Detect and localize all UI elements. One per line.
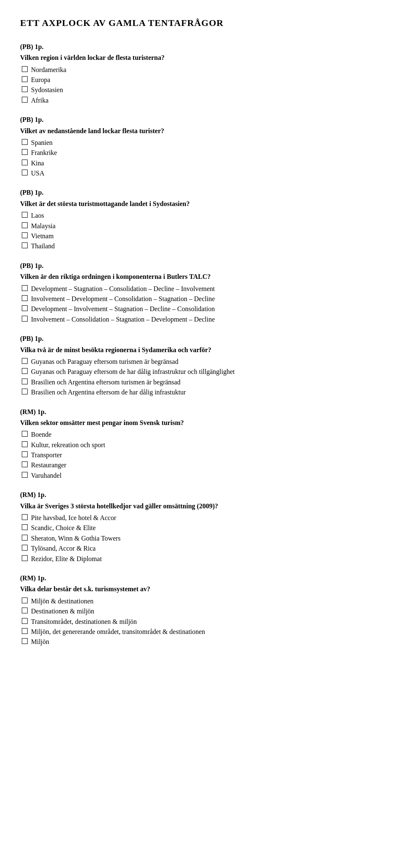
list-item[interactable]: Thailand	[22, 242, 382, 251]
checkbox-q3-2[interactable]	[22, 232, 28, 238]
list-item[interactable]: Involvement – Development – Consolidatio…	[22, 294, 382, 304]
points-label-q3: (PB) 1p.	[20, 188, 382, 197]
list-item[interactable]: Development – Involvement – Stagnation –…	[22, 304, 382, 314]
list-item[interactable]: Boende	[22, 430, 382, 439]
list-item[interactable]: Kultur, rekreation och sport	[22, 440, 382, 450]
option-text-q6-4: Varuhandel	[31, 471, 62, 480]
option-text-q7-1: Scandic, Choice & Elite	[31, 523, 96, 533]
list-item[interactable]: Miljön, det genererande området, transit…	[22, 627, 382, 636]
checkbox-q2-3[interactable]	[22, 170, 28, 175]
points-label-q5: (PB) 1p.	[20, 334, 382, 343]
list-item[interactable]: Sydostasien	[22, 85, 382, 95]
checkbox-q3-0[interactable]	[22, 212, 28, 218]
points-label-q8: (RM) 1p.	[20, 574, 382, 583]
checkbox-q8-4[interactable]	[22, 638, 28, 644]
checkbox-q7-0[interactable]	[22, 514, 28, 520]
list-item[interactable]: Miljön	[22, 637, 382, 646]
option-text-q8-4: Miljön	[31, 637, 49, 646]
list-item[interactable]: Nordamerika	[22, 65, 382, 75]
points-label-q1: (PB) 1p.	[20, 42, 382, 52]
checkbox-q7-1[interactable]	[22, 524, 28, 530]
list-item[interactable]: Guyanas och Paraguay eftersom de har dål…	[22, 367, 382, 376]
option-text-q2-2: Kina	[31, 159, 44, 168]
list-item[interactable]: USA	[22, 169, 382, 178]
list-item[interactable]: Transporter	[22, 451, 382, 460]
list-item[interactable]: Frankrike	[22, 148, 382, 157]
checkbox-q4-2[interactable]	[22, 305, 28, 311]
list-item[interactable]: Kina	[22, 159, 382, 168]
option-text-q8-0: Miljön & destinationen	[31, 597, 93, 606]
list-item[interactable]: Scandic, Choice & Elite	[22, 523, 382, 533]
checkbox-q7-4[interactable]	[22, 555, 28, 561]
checkbox-q1-2[interactable]	[22, 86, 28, 92]
question-block-q2: (PB) 1p.Vilket av nedanstående land lock…	[20, 115, 382, 178]
checkbox-q5-0[interactable]	[22, 358, 28, 364]
option-text-q5-1: Guyanas och Paraguay eftersom de har dål…	[31, 367, 235, 376]
option-text-q8-2: Transitområdet, destinationen & miljön	[31, 617, 137, 626]
option-text-q8-1: Destinationen & miljön	[31, 607, 94, 616]
option-text-q4-2: Development – Involvement – Stagnation –…	[31, 304, 215, 314]
list-item[interactable]: Tylösand, Accor & Rica	[22, 544, 382, 553]
checkbox-q5-2[interactable]	[22, 379, 28, 384]
checkbox-q7-2[interactable]	[22, 535, 28, 541]
option-text-q6-1: Kultur, rekreation och sport	[31, 440, 105, 450]
checkbox-q1-0[interactable]	[22, 66, 28, 72]
list-item[interactable]: Brasilien och Argentina eftersom turisme…	[22, 378, 382, 387]
option-text-q5-0: Guyanas och Paraguay eftersom turismen ä…	[31, 357, 178, 366]
checkbox-q5-1[interactable]	[22, 368, 28, 374]
checkbox-q6-4[interactable]	[22, 472, 28, 478]
checkbox-q4-0[interactable]	[22, 285, 28, 291]
checkbox-q8-1[interactable]	[22, 608, 28, 613]
list-item[interactable]: Transitområdet, destinationen & miljön	[22, 617, 382, 626]
options-list-q7: Pite havsbad, Ice hotel & AccorScandic, …	[22, 513, 382, 564]
option-text-q3-2: Vietnam	[31, 232, 54, 241]
checkbox-q2-0[interactable]	[22, 139, 28, 145]
list-item[interactable]: Varuhandel	[22, 471, 382, 480]
checkbox-q8-2[interactable]	[22, 618, 28, 624]
checkbox-q6-0[interactable]	[22, 431, 28, 437]
checkbox-q8-0[interactable]	[22, 598, 28, 603]
checkbox-q3-1[interactable]	[22, 222, 28, 228]
list-item[interactable]: Restauranger	[22, 461, 382, 470]
list-item[interactable]: Development – Stagnation – Consolidation…	[22, 284, 382, 294]
list-item[interactable]: Brasilien och Argentina eftersom de har …	[22, 388, 382, 397]
question-block-q7: (RM) 1p.Vilka är Sveriges 3 största hote…	[20, 490, 382, 564]
checkbox-q8-3[interactable]	[22, 628, 28, 634]
option-text-q6-0: Boende	[31, 430, 52, 439]
option-text-q4-0: Development – Stagnation – Consolidation…	[31, 284, 215, 294]
checkbox-q5-3[interactable]	[22, 389, 28, 394]
options-list-q1: NordamerikaEuropaSydostasienAfrika	[22, 65, 382, 106]
option-text-q1-1: Europa	[31, 75, 50, 85]
list-item[interactable]: Laos	[22, 211, 382, 220]
question-block-q3: (PB) 1p.Vilket är det största turistmott…	[20, 188, 382, 251]
checkbox-q6-1[interactable]	[22, 441, 28, 447]
checkbox-q7-3[interactable]	[22, 545, 28, 551]
option-text-q2-3: USA	[31, 169, 44, 178]
list-item[interactable]: Afrika	[22, 96, 382, 105]
option-text-q2-1: Frankrike	[31, 148, 57, 157]
option-text-q8-3: Miljön, det genererande området, transit…	[31, 627, 205, 636]
question-text-q6: Vilken sektor omsätter mest pengar inom …	[20, 418, 382, 428]
checkbox-q1-1[interactable]	[22, 76, 28, 82]
list-item[interactable]: Pite havsbad, Ice hotel & Accor	[22, 513, 382, 523]
checkbox-q1-3[interactable]	[22, 97, 28, 103]
list-item[interactable]: Malaysia	[22, 222, 382, 231]
list-item[interactable]: Vietnam	[22, 232, 382, 241]
checkbox-q6-3[interactable]	[22, 461, 28, 467]
list-item[interactable]: Sheraton, Winn & Gothia Towers	[22, 534, 382, 543]
list-item[interactable]: Destinationen & miljön	[22, 607, 382, 616]
list-item[interactable]: Miljön & destinationen	[22, 597, 382, 606]
checkbox-q2-1[interactable]	[22, 149, 28, 155]
list-item[interactable]: Rezidor, Elite & Diplomat	[22, 554, 382, 564]
question-block-q1: (PB) 1p.Vilken region i världen lockar d…	[20, 42, 382, 105]
question-block-q4: (PB) 1p.Vilken är den riktiga ordningen …	[20, 261, 382, 324]
checkbox-q4-1[interactable]	[22, 295, 28, 301]
checkbox-q3-3[interactable]	[22, 242, 28, 248]
list-item[interactable]: Involvement – Consolidation – Stagnation…	[22, 315, 382, 324]
checkbox-q4-3[interactable]	[22, 316, 28, 322]
checkbox-q6-2[interactable]	[22, 451, 28, 457]
list-item[interactable]: Spanien	[22, 138, 382, 147]
checkbox-q2-2[interactable]	[22, 160, 28, 165]
list-item[interactable]: Europa	[22, 75, 382, 85]
list-item[interactable]: Guyanas och Paraguay eftersom turismen ä…	[22, 357, 382, 366]
